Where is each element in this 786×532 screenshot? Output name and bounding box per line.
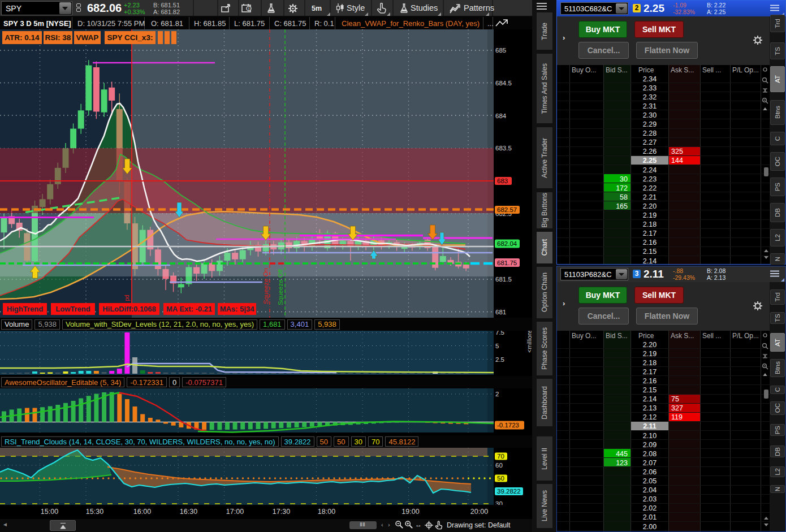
svg-text:684.5: 684.5 bbox=[495, 80, 512, 86]
svg-text:684: 684 bbox=[495, 113, 507, 119]
svg-text:685: 685 bbox=[495, 47, 506, 54]
svg-text:681.5: 681.5 bbox=[495, 276, 512, 283]
svg-text:682.04: 682.04 bbox=[497, 240, 517, 247]
svg-text:50: 50 bbox=[497, 475, 504, 482]
svg-text:Squeeze On: Squeeze On bbox=[262, 268, 269, 304]
svg-text:39.2822: 39.2822 bbox=[497, 488, 521, 495]
svg-text:pd: pd bbox=[124, 295, 130, 301]
svg-text:60: 60 bbox=[495, 462, 503, 469]
svg-text:2.5: 2.5 bbox=[495, 356, 504, 363]
svg-text:683: 683 bbox=[497, 178, 508, 184]
svg-text:!: ! bbox=[248, 6, 250, 11]
svg-text:683.5: 683.5 bbox=[495, 145, 512, 152]
svg-text:-0.1723: -0.1723 bbox=[497, 422, 519, 429]
svg-text:Squeeze Off: Squeeze Off bbox=[277, 269, 284, 305]
svg-text:681: 681 bbox=[495, 309, 506, 315]
svg-text:5: 5 bbox=[495, 343, 499, 349]
svg-text:70: 70 bbox=[497, 453, 504, 460]
svg-text:682.57: 682.57 bbox=[497, 206, 517, 213]
svg-text:681.75: 681.75 bbox=[497, 259, 517, 266]
svg-text:2: 2 bbox=[495, 391, 499, 397]
